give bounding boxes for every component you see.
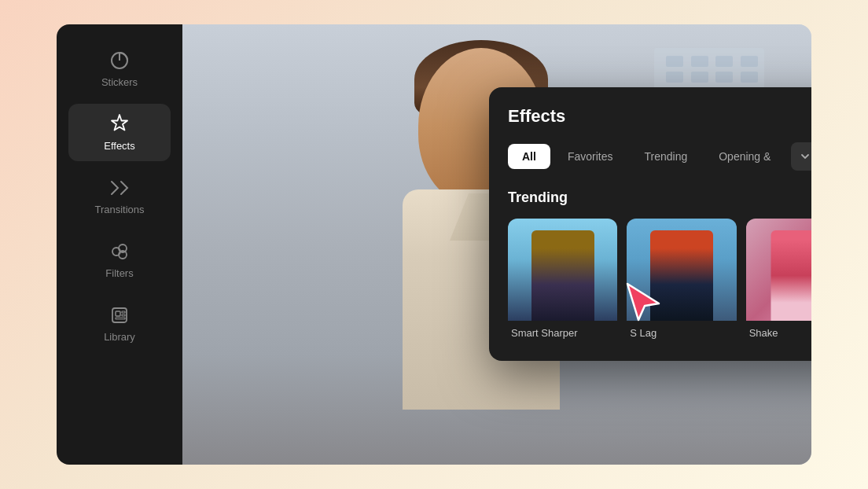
building-windows — [666, 56, 760, 83]
window — [691, 72, 708, 83]
tab-all[interactable]: All — [508, 144, 550, 169]
svg-rect-9 — [116, 318, 125, 319]
effects-icon — [108, 113, 131, 135]
effect-name-shake: Shake — [746, 321, 811, 342]
effects-panel-title: Effects — [508, 106, 811, 127]
sidebar-library-label: Library — [104, 331, 135, 343]
sidebar-transitions-label: Transitions — [94, 204, 144, 215]
window — [691, 56, 708, 67]
window — [741, 56, 758, 67]
effects-panel: Effects All Favorites Trending Opening &… — [489, 87, 811, 361]
svg-rect-7 — [122, 311, 125, 313]
effect-person-1 — [531, 230, 594, 321]
svg-rect-6 — [116, 311, 120, 316]
sidebar-stickers-label: Stickers — [101, 76, 138, 88]
trending-section-title: Trending — [508, 189, 811, 206]
tab-opening[interactable]: Opening & — [704, 144, 785, 169]
svg-rect-8 — [122, 314, 125, 316]
effect-person-3 — [771, 230, 811, 321]
sidebar-effects-label: Effects — [104, 140, 135, 152]
sidebar: Stickers Effects Transitions — [57, 24, 182, 465]
svg-rect-5 — [112, 308, 127, 322]
tabs-dropdown-button[interactable] — [791, 142, 811, 171]
window — [741, 72, 758, 83]
stickers-icon — [108, 50, 131, 72]
sidebar-item-transitions[interactable]: Transitions — [68, 167, 171, 225]
sidebar-item-library[interactable]: Library — [68, 295, 171, 352]
sidebar-item-stickers[interactable]: Stickers — [68, 40, 171, 97]
sidebar-item-filters[interactable]: Filters — [68, 231, 171, 289]
effect-card-smart-sharper[interactable]: Smart Sharper — [508, 219, 617, 342]
filters-icon — [108, 241, 131, 263]
effect-name-smart-sharper: Smart Sharper — [508, 321, 617, 342]
library-icon — [108, 304, 131, 326]
window — [715, 56, 733, 67]
tab-favorites[interactable]: Favorites — [554, 144, 627, 169]
window — [715, 72, 733, 83]
effect-card-shake[interactable]: Shake — [746, 219, 811, 342]
effect-thumbnail-smart-sharper — [508, 219, 617, 321]
window — [666, 72, 683, 83]
transitions-icon — [108, 177, 131, 199]
tab-trending[interactable]: Trending — [630, 144, 701, 169]
window — [666, 56, 683, 67]
main-container: Stickers Effects Transitions — [57, 24, 811, 465]
sidebar-filters-label: Filters — [105, 267, 133, 279]
cursor-pointer — [620, 276, 667, 323]
effect-thumbnail-shake — [746, 219, 811, 321]
content-area: Effects All Favorites Trending Opening &… — [182, 24, 811, 465]
effect-name-s-lag: S Lag — [627, 321, 736, 342]
sidebar-item-effects[interactable]: Effects — [68, 104, 171, 161]
filter-tabs: All Favorites Trending Opening & — [508, 142, 811, 171]
